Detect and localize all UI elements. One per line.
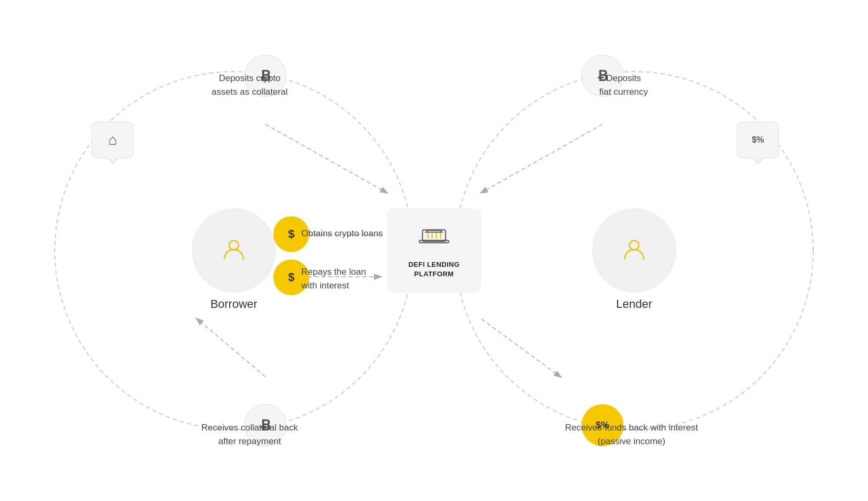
svg-line-6 — [481, 319, 560, 377]
borrower-label: Borrower — [210, 297, 257, 311]
collateral-back-label: Receives collateral back after repayment — [176, 421, 323, 448]
lender-icon — [622, 237, 647, 264]
platform-box: DEFI LENDING PLATFORM — [387, 208, 481, 293]
platform-icon — [416, 222, 452, 256]
diagram: Borrower Lender ⌂ $% Ƀ Ƀ Ƀ $% $ — [39, 19, 829, 482]
svg-line-2 — [265, 124, 387, 193]
svg-point-9 — [629, 241, 639, 250]
lender-circle: Lender — [592, 208, 676, 293]
receives-funds-label: Receives funds back with interest (passi… — [531, 421, 732, 448]
percent-icon: $% — [752, 135, 764, 145]
repay-label: Repays the loan with interest — [301, 265, 396, 292]
svg-point-8 — [229, 241, 239, 250]
house-icon: ⌂ — [108, 132, 117, 148]
svg-line-3 — [481, 124, 603, 193]
loan-label: Obtains crypto loans — [301, 227, 396, 241]
house-bubble: ⌂ — [92, 122, 134, 158]
borrower-circle: Borrower — [192, 208, 276, 293]
deposit-fiat-label: Deposits fiat currency — [576, 72, 671, 98]
percent-bubble: $% — [737, 122, 779, 158]
borrower-icon — [221, 237, 246, 264]
platform-label: DEFI LENDING PLATFORM — [408, 260, 460, 279]
deposit-collateral-label: Deposits crypto assets as collateral — [197, 72, 302, 98]
lender-label: Lender — [616, 297, 653, 311]
svg-line-7 — [197, 319, 265, 377]
